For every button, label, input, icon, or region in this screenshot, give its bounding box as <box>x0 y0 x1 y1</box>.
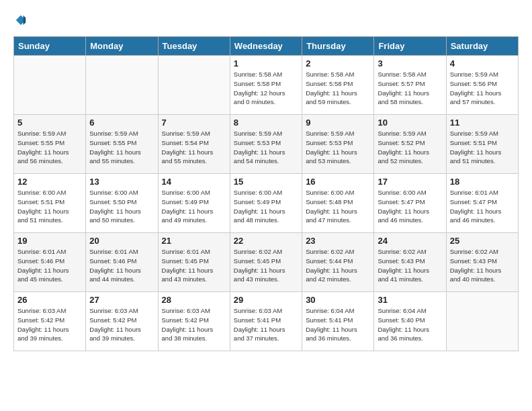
day-number: 9 <box>306 118 370 128</box>
day-info: Sunrise: 6:01 AM Sunset: 5:46 PM Dayligh… <box>17 247 82 284</box>
day-info: Sunrise: 6:00 AM Sunset: 5:50 PM Dayligh… <box>89 188 154 225</box>
calendar-week-row: 19Sunrise: 6:01 AM Sunset: 5:46 PM Dayli… <box>14 233 519 292</box>
day-info: Sunrise: 6:02 AM Sunset: 5:45 PM Dayligh… <box>234 247 298 284</box>
day-info: Sunrise: 6:04 AM Sunset: 5:40 PM Dayligh… <box>378 306 442 343</box>
day-number: 6 <box>89 118 154 128</box>
calendar-cell: 17Sunrise: 6:00 AM Sunset: 5:47 PM Dayli… <box>374 174 446 233</box>
calendar-cell <box>446 292 518 351</box>
day-info: Sunrise: 6:03 AM Sunset: 5:42 PM Dayligh… <box>89 306 154 343</box>
calendar-cell: 28Sunrise: 6:03 AM Sunset: 5:42 PM Dayli… <box>158 292 230 351</box>
calendar-cell: 29Sunrise: 6:03 AM Sunset: 5:41 PM Dayli… <box>230 292 302 351</box>
day-number: 12 <box>17 177 82 187</box>
day-number: 1 <box>234 58 298 68</box>
day-number: 8 <box>234 118 298 128</box>
calendar-cell: 25Sunrise: 6:02 AM Sunset: 5:43 PM Dayli… <box>446 233 518 292</box>
calendar-cell: 19Sunrise: 6:01 AM Sunset: 5:46 PM Dayli… <box>14 233 86 292</box>
calendar-week-row: 5Sunrise: 5:59 AM Sunset: 5:55 PM Daylig… <box>14 115 519 174</box>
logo-icon <box>15 14 27 26</box>
day-number: 2 <box>306 58 370 68</box>
weekday-header-thursday: Thursday <box>302 37 374 56</box>
day-number: 13 <box>89 177 154 187</box>
calendar-week-row: 1Sunrise: 5:58 AM Sunset: 5:58 PM Daylig… <box>14 56 519 115</box>
calendar-cell <box>158 56 230 115</box>
calendar-cell: 31Sunrise: 6:04 AM Sunset: 5:40 PM Dayli… <box>374 292 446 351</box>
calendar-cell: 9Sunrise: 5:59 AM Sunset: 5:53 PM Daylig… <box>302 115 374 174</box>
day-number: 26 <box>17 295 82 305</box>
day-number: 23 <box>306 236 370 246</box>
day-info: Sunrise: 6:01 AM Sunset: 5:45 PM Dayligh… <box>162 247 226 284</box>
day-number: 15 <box>234 177 298 187</box>
calendar-cell: 4Sunrise: 5:59 AM Sunset: 5:56 PM Daylig… <box>446 56 518 115</box>
calendar-cell: 14Sunrise: 6:00 AM Sunset: 5:49 PM Dayli… <box>158 174 230 233</box>
weekday-header-row: SundayMondayTuesdayWednesdayThursdayFrid… <box>14 37 519 56</box>
day-number: 11 <box>450 118 515 128</box>
day-info: Sunrise: 5:59 AM Sunset: 5:55 PM Dayligh… <box>17 129 82 166</box>
calendar-cell: 13Sunrise: 6:00 AM Sunset: 5:50 PM Dayli… <box>86 174 158 233</box>
calendar-cell: 21Sunrise: 6:01 AM Sunset: 5:45 PM Dayli… <box>158 233 230 292</box>
calendar-cell <box>86 56 158 115</box>
day-info: Sunrise: 6:02 AM Sunset: 5:44 PM Dayligh… <box>306 247 370 284</box>
day-number: 28 <box>162 295 226 305</box>
calendar-cell: 10Sunrise: 5:59 AM Sunset: 5:52 PM Dayli… <box>374 115 446 174</box>
calendar-cell: 24Sunrise: 6:02 AM Sunset: 5:43 PM Dayli… <box>374 233 446 292</box>
weekday-header-sunday: Sunday <box>14 37 86 56</box>
weekday-header-wednesday: Wednesday <box>230 37 302 56</box>
day-number: 3 <box>378 58 442 68</box>
calendar-cell: 27Sunrise: 6:03 AM Sunset: 5:42 PM Dayli… <box>86 292 158 351</box>
calendar-cell: 12Sunrise: 6:00 AM Sunset: 5:51 PM Dayli… <box>14 174 86 233</box>
day-number: 27 <box>89 295 154 305</box>
calendar-cell: 5Sunrise: 5:59 AM Sunset: 5:55 PM Daylig… <box>14 115 86 174</box>
calendar-table: SundayMondayTuesdayWednesdayThursdayFrid… <box>13 36 519 351</box>
weekday-header-friday: Friday <box>374 37 446 56</box>
svg-marker-1 <box>24 15 26 25</box>
day-number: 4 <box>450 58 515 68</box>
weekday-header-saturday: Saturday <box>446 37 518 56</box>
day-number: 24 <box>378 236 442 246</box>
day-info: Sunrise: 5:59 AM Sunset: 5:56 PM Dayligh… <box>450 70 515 107</box>
calendar-cell: 2Sunrise: 5:58 AM Sunset: 5:58 PM Daylig… <box>302 56 374 115</box>
day-number: 25 <box>450 236 515 246</box>
day-info: Sunrise: 6:01 AM Sunset: 5:47 PM Dayligh… <box>450 188 515 225</box>
weekday-header-tuesday: Tuesday <box>158 37 230 56</box>
day-info: Sunrise: 5:59 AM Sunset: 5:52 PM Dayligh… <box>378 129 442 166</box>
day-number: 19 <box>17 236 82 246</box>
day-info: Sunrise: 6:00 AM Sunset: 5:48 PM Dayligh… <box>306 188 370 225</box>
day-number: 14 <box>162 177 226 187</box>
calendar-cell: 16Sunrise: 6:00 AM Sunset: 5:48 PM Dayli… <box>302 174 374 233</box>
day-number: 10 <box>378 118 442 128</box>
day-info: Sunrise: 6:03 AM Sunset: 5:42 PM Dayligh… <box>162 306 226 343</box>
day-info: Sunrise: 6:04 AM Sunset: 5:41 PM Dayligh… <box>306 306 370 343</box>
calendar-cell: 23Sunrise: 6:02 AM Sunset: 5:44 PM Dayli… <box>302 233 374 292</box>
day-number: 18 <box>450 177 515 187</box>
day-number: 30 <box>306 295 370 305</box>
calendar-cell: 20Sunrise: 6:01 AM Sunset: 5:46 PM Dayli… <box>86 233 158 292</box>
calendar-week-row: 12Sunrise: 6:00 AM Sunset: 5:51 PM Dayli… <box>14 174 519 233</box>
day-info: Sunrise: 6:01 AM Sunset: 5:46 PM Dayligh… <box>89 247 154 284</box>
calendar-cell: 11Sunrise: 5:59 AM Sunset: 5:51 PM Dayli… <box>446 115 518 174</box>
calendar-cell: 8Sunrise: 5:59 AM Sunset: 5:53 PM Daylig… <box>230 115 302 174</box>
day-info: Sunrise: 5:58 AM Sunset: 5:58 PM Dayligh… <box>234 70 298 107</box>
day-number: 31 <box>378 295 442 305</box>
calendar-cell: 1Sunrise: 5:58 AM Sunset: 5:58 PM Daylig… <box>230 56 302 115</box>
calendar-cell: 30Sunrise: 6:04 AM Sunset: 5:41 PM Dayli… <box>302 292 374 351</box>
calendar-cell: 26Sunrise: 6:03 AM Sunset: 5:42 PM Dayli… <box>14 292 86 351</box>
day-info: Sunrise: 6:00 AM Sunset: 5:47 PM Dayligh… <box>378 188 442 225</box>
day-info: Sunrise: 6:03 AM Sunset: 5:42 PM Dayligh… <box>17 306 82 343</box>
day-number: 5 <box>17 118 82 128</box>
calendar-cell: 18Sunrise: 6:01 AM Sunset: 5:47 PM Dayli… <box>446 174 518 233</box>
calendar-week-row: 26Sunrise: 6:03 AM Sunset: 5:42 PM Dayli… <box>14 292 519 351</box>
day-info: Sunrise: 6:00 AM Sunset: 5:51 PM Dayligh… <box>17 188 82 225</box>
day-info: Sunrise: 6:03 AM Sunset: 5:41 PM Dayligh… <box>234 306 298 343</box>
day-info: Sunrise: 5:58 AM Sunset: 5:58 PM Dayligh… <box>306 70 370 107</box>
day-info: Sunrise: 5:59 AM Sunset: 5:53 PM Dayligh… <box>234 129 298 166</box>
day-info: Sunrise: 5:59 AM Sunset: 5:55 PM Dayligh… <box>89 129 154 166</box>
day-info: Sunrise: 6:02 AM Sunset: 5:43 PM Dayligh… <box>378 247 442 284</box>
day-info: Sunrise: 5:59 AM Sunset: 5:54 PM Dayligh… <box>162 129 226 166</box>
day-number: 17 <box>378 177 442 187</box>
day-number: 22 <box>234 236 298 246</box>
day-info: Sunrise: 6:02 AM Sunset: 5:43 PM Dayligh… <box>450 247 515 284</box>
calendar-cell: 6Sunrise: 5:59 AM Sunset: 5:55 PM Daylig… <box>86 115 158 174</box>
day-number: 16 <box>306 177 370 187</box>
page-header <box>13 13 519 30</box>
day-info: Sunrise: 5:58 AM Sunset: 5:57 PM Dayligh… <box>378 70 442 107</box>
